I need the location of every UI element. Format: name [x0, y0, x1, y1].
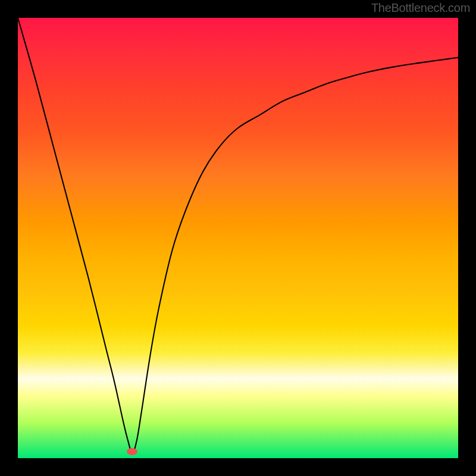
- minimum-marker: [127, 448, 137, 455]
- bottleneck-curve: [18, 18, 458, 454]
- curve-svg: [18, 18, 458, 458]
- plot-area: [18, 18, 458, 458]
- watermark-text: TheBottleneck.com: [371, 1, 470, 15]
- chart-frame: TheBottleneck.com: [0, 0, 476, 476]
